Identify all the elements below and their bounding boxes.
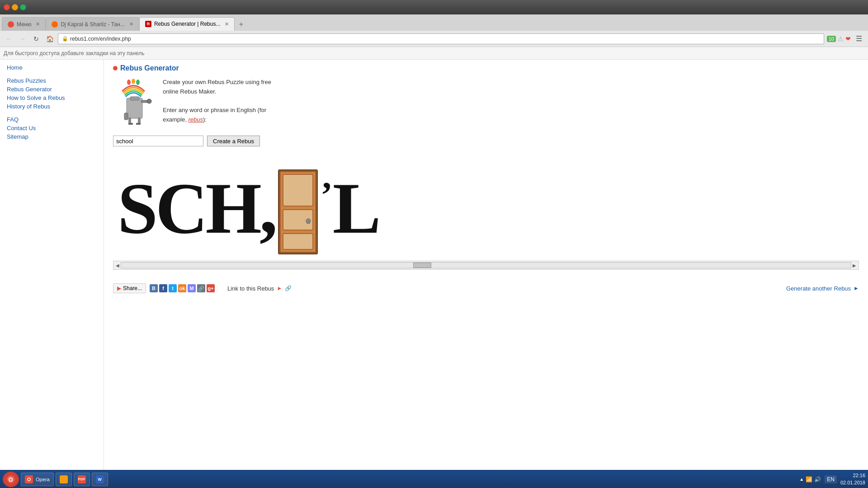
address-bar[interactable]: 🔒 rebus1.com/en/index.php bbox=[58, 33, 824, 44]
svg-rect-8 bbox=[128, 117, 131, 124]
svg-point-6 bbox=[147, 99, 151, 103]
vk-share-icon[interactable]: В bbox=[150, 284, 158, 292]
word-input[interactable] bbox=[113, 136, 203, 146]
sidebar-item-faq[interactable]: FAQ bbox=[7, 116, 97, 123]
nav-bar: ← → ↻ 🏠 🔒 rebus1.com/en/index.php 10 ⚠ ❤… bbox=[0, 31, 868, 47]
generate-another-section[interactable]: Generate another Rebus ► bbox=[786, 285, 859, 292]
rebus-machine-image bbox=[113, 78, 154, 127]
scrollbar-track[interactable] bbox=[121, 262, 851, 268]
link-to-rebus-label: Link to this Rebus bbox=[227, 285, 274, 292]
clock-date: 02.01.2018 bbox=[840, 479, 865, 486]
language-indicator[interactable]: EN bbox=[825, 475, 837, 483]
intro-line1: Create your own Rebus Puzzle using free bbox=[163, 78, 271, 87]
create-rebus-button[interactable]: Create a Rebus bbox=[207, 136, 260, 146]
page-title-row: Rebus Generator bbox=[113, 64, 859, 72]
sidebar-item-rebus-puzzles[interactable]: Rebus Puzzles bbox=[7, 77, 97, 84]
page-title: Rebus Generator bbox=[120, 64, 179, 72]
nav-block-icon: ⚠ bbox=[838, 35, 844, 42]
forward-button[interactable]: → bbox=[17, 33, 28, 44]
back-button[interactable]: ← bbox=[4, 33, 14, 44]
sidebar-item-how-to-solve[interactable]: How to Solve a Rebus bbox=[7, 94, 97, 101]
sidebar-item-contact-us[interactable]: Contact Us bbox=[7, 125, 97, 131]
odnoklassniki-share-icon[interactable]: ok bbox=[178, 284, 186, 292]
horizontal-scrollbar[interactable]: ◀ ▶ bbox=[113, 261, 859, 270]
svg-point-1 bbox=[132, 79, 135, 84]
sidebar-item-home[interactable]: Home bbox=[7, 64, 97, 71]
page-content: Home Rebus Puzzles Rebus Generator How t… bbox=[0, 60, 868, 470]
close-button[interactable] bbox=[4, 4, 10, 10]
tray-up-arrow[interactable]: ▲ bbox=[799, 477, 804, 482]
taskbar-app-files[interactable] bbox=[56, 473, 72, 486]
svg-rect-10 bbox=[128, 123, 133, 125]
maximize-button[interactable] bbox=[20, 4, 26, 10]
tab-close-icon[interactable]: ✕ bbox=[36, 21, 40, 27]
secure-icon: 🔒 bbox=[62, 36, 68, 42]
sidebar-item-sitemap[interactable]: Sitemap bbox=[7, 133, 97, 140]
svg-rect-14 bbox=[283, 174, 313, 206]
link-arrow-icon: ► bbox=[277, 285, 282, 291]
input-row: Create a Rebus bbox=[113, 136, 859, 146]
tab-label: Меню bbox=[17, 21, 31, 28]
new-tab-button[interactable]: + bbox=[235, 19, 247, 30]
address-text: rebus1.com/en/index.php bbox=[70, 36, 131, 42]
tab-label: Rebus Generator | Rebus... bbox=[154, 21, 221, 27]
external-link-icon[interactable]: 🔗 bbox=[285, 285, 292, 291]
tab-favicon: R bbox=[145, 21, 151, 27]
nav-heart-icon: ❤ bbox=[845, 35, 851, 42]
tab-favicon bbox=[8, 21, 14, 28]
home-button[interactable]: 🏠 bbox=[44, 33, 55, 44]
main-content: Rebus Generator bbox=[104, 60, 868, 470]
scrollbar-thumb[interactable] bbox=[413, 263, 431, 268]
intro-section: Create your own Rebus Puzzle using free … bbox=[113, 78, 859, 127]
facebook-share-icon[interactable]: f bbox=[159, 284, 167, 292]
tab-close-icon[interactable]: ✕ bbox=[225, 21, 229, 27]
generate-label: Generate another Rebus bbox=[786, 285, 851, 292]
rebus-letters-left: SCH, bbox=[118, 172, 275, 244]
time-block: 22:16 02.01.2018 bbox=[840, 472, 865, 486]
link-section: Link to this Rebus ► 🔗 bbox=[227, 285, 292, 292]
pdf-icon: PDF bbox=[78, 475, 86, 483]
intro-prefix: example, bbox=[163, 116, 188, 123]
red-dot-icon bbox=[113, 66, 118, 70]
googleplus-share-icon[interactable]: g+ bbox=[207, 284, 215, 292]
reload-button[interactable]: ↻ bbox=[31, 33, 42, 44]
chain-share-icon[interactable]: 🔗 bbox=[197, 284, 205, 292]
minimize-button[interactable] bbox=[12, 4, 18, 10]
rebus-letters-right: L bbox=[333, 172, 379, 244]
intro-line4: example, rebus): bbox=[163, 115, 271, 125]
sidebar-item-history[interactable]: History of Rebus bbox=[7, 103, 97, 110]
moiKrug-share-icon[interactable]: M bbox=[188, 284, 196, 292]
intro-line2: online Rebus Maker. bbox=[163, 87, 271, 97]
start-button[interactable]: O bbox=[3, 472, 19, 487]
share-icon: ▶ bbox=[117, 285, 121, 291]
tab-bar: Меню ✕ Dj Kapral & Sharliz - Тан... ✕ R … bbox=[0, 14, 868, 31]
taskbar-app-word[interactable]: W bbox=[92, 473, 108, 486]
bookmarks-bar: Для быстрого доступа добавьте закладки н… bbox=[0, 47, 868, 60]
taskbar-opera-label: Opera bbox=[36, 477, 50, 482]
twitter-share-icon[interactable]: t bbox=[169, 284, 177, 292]
sidebar-item-rebus-generator[interactable]: Rebus Generator bbox=[7, 86, 97, 93]
bookmarks-hint: Для быстрого доступа добавьте закладки н… bbox=[4, 50, 145, 56]
share-icons-group: В f t ok M 🔗 g+ bbox=[150, 284, 215, 292]
scroll-right-arrow[interactable]: ▶ bbox=[851, 263, 858, 268]
word-icon: W bbox=[96, 475, 104, 483]
intro-example-link[interactable]: rebus bbox=[188, 116, 203, 123]
rebus-door-image bbox=[278, 169, 318, 256]
tab-menu[interactable]: Меню ✕ bbox=[2, 17, 46, 31]
share-label: Share... bbox=[123, 285, 142, 291]
taskbar-app-pdf[interactable]: PDF bbox=[74, 473, 90, 486]
nav-right-section: 10 ⚠ ❤ bbox=[827, 35, 851, 42]
tab-rebus[interactable]: R Rebus Generator | Rebus... ✕ bbox=[139, 17, 235, 31]
tab-close-icon[interactable]: ✕ bbox=[129, 21, 133, 27]
scroll-left-arrow[interactable]: ◀ bbox=[114, 263, 121, 268]
taskbar-app-opera[interactable]: O Opera bbox=[21, 473, 54, 486]
svg-rect-9 bbox=[138, 117, 141, 124]
menu-icon[interactable]: ☰ bbox=[854, 33, 864, 44]
share-button[interactable]: ▶ Share... bbox=[113, 283, 146, 293]
generate-arrow-icon: ► bbox=[854, 285, 859, 291]
svg-rect-18 bbox=[307, 222, 310, 224]
intro-suffix: ): bbox=[203, 116, 207, 123]
tab-music[interactable]: Dj Kapral & Sharliz - Тан... ✕ bbox=[46, 17, 139, 31]
svg-text:O: O bbox=[9, 477, 13, 483]
tab-label: Dj Kapral & Sharliz - Тан... bbox=[61, 21, 124, 28]
